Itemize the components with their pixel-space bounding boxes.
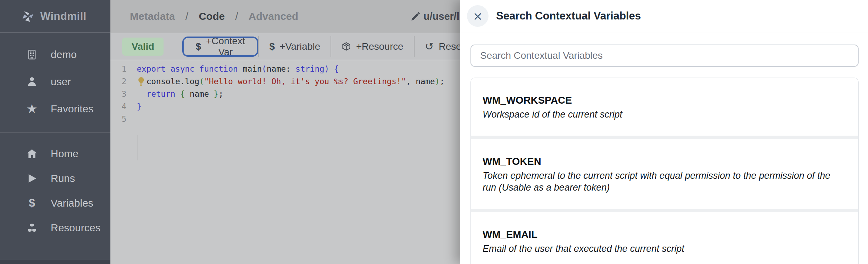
cubes-icon — [26, 222, 37, 233]
code-line-2: 2 console.log("Hello world! Oh, it's you… — [110, 75, 460, 88]
variable-description: Token ephemeral to the current script wi… — [483, 170, 846, 193]
dollar-icon: $ — [29, 197, 35, 209]
code-text: return { name }; — [131, 88, 223, 100]
code-text: export async function main(name: string)… — [131, 63, 339, 75]
pencil-icon — [411, 12, 420, 21]
code-editor[interactable]: 1export async function main(name: string… — [110, 61, 460, 264]
sidebar-group-nav: HomeRuns$VariablesResources — [0, 141, 110, 240]
sidebar-item-resources[interactable]: Resources — [0, 215, 110, 240]
editor-step-tabs: Metadata/Code/Advanced — [130, 10, 298, 22]
main-content: Metadata/Code/Advanced u/user/l Valid $ … — [110, 0, 460, 264]
sidebar: Windmill demouser★Favorites HomeRuns$Var… — [0, 0, 110, 264]
variable-name: WM_TOKEN — [483, 156, 846, 167]
drawer-header: × Search Contextual Variables — [460, 0, 868, 32]
add-resource-button[interactable]: +Resource — [331, 36, 414, 57]
sidebar-item-variables[interactable]: $Variables — [0, 191, 110, 215]
sidebar-item-favorites[interactable]: ★Favorites — [0, 95, 110, 122]
code-text: } — [131, 100, 142, 113]
tab-advanced[interactable]: Advanced — [249, 10, 298, 22]
sidebar-item-label: Runs — [51, 173, 75, 184]
search-input[interactable] — [470, 45, 859, 67]
windmill-logo[interactable]: Windmill — [0, 0, 110, 33]
drawer-title: Search Contextual Variables — [496, 10, 641, 22]
close-icon[interactable]: × — [467, 5, 489, 27]
windmill-pinwheel-icon — [21, 9, 35, 24]
sidebar-item-label: user — [51, 76, 71, 88]
building-icon — [26, 49, 37, 60]
code-line-5: 5 — [110, 113, 460, 125]
variable-name: WM_EMAIL — [483, 229, 846, 240]
contextual-variables-drawer: × Search Contextual Variables WM_WORKSPA… — [460, 0, 868, 264]
sidebar-item-label: Resources — [51, 222, 100, 234]
line-number: 1 — [110, 63, 131, 75]
home-icon — [26, 148, 37, 159]
tab-separator: / — [235, 10, 238, 22]
sidebar-item-label: demo — [51, 49, 77, 61]
drawer-body: WM_WORKSPACEWorkspace id of the current … — [460, 32, 868, 264]
reset-button[interactable]: ↺Reset — [415, 36, 460, 57]
sidebar-footer-strip — [0, 260, 110, 264]
star-icon: ★ — [26, 103, 37, 115]
sidebar-item-home[interactable]: Home — [0, 141, 110, 166]
valid-status-badge: Valid — [122, 38, 164, 56]
dollar-icon: $ — [269, 41, 275, 52]
sidebar-group-workspace: demouser★Favorites — [0, 41, 110, 122]
script-path-label: u/user/l — [424, 11, 459, 22]
sidebar-item-label: Variables — [51, 197, 93, 209]
contextual-variables-list: WM_WORKSPACEWorkspace id of the current … — [470, 78, 859, 264]
line-number: 5 — [110, 113, 131, 125]
contextual-variable-item-wm_workspace[interactable]: WM_WORKSPACEWorkspace id of the current … — [471, 78, 858, 136]
sidebar-item-user[interactable]: user — [0, 68, 110, 95]
code-line-4: 4} — [110, 100, 460, 113]
sidebar-divider — [0, 132, 110, 133]
tab-code[interactable]: Code — [199, 10, 225, 22]
lightbulb-icon[interactable] — [137, 77, 145, 86]
contextual-variable-item-wm_email[interactable]: WM_EMAILEmail of the user that executed … — [471, 212, 858, 264]
contextual-variable-item-wm_token[interactable]: WM_TOKENToken ephemeral to the current s… — [471, 139, 858, 209]
variable-description: Workspace id of the current script — [483, 109, 846, 120]
code-text: console.log("Hello world! Oh, it's you %… — [131, 75, 444, 88]
package-icon — [342, 42, 351, 51]
line-number: 2 — [110, 75, 131, 88]
app-title: Windmill — [40, 10, 86, 23]
reset-icon: ↺ — [425, 42, 434, 51]
tab-metadata[interactable]: Metadata — [130, 10, 175, 22]
dollar-icon: $ — [195, 41, 201, 52]
add-context-var-button[interactable]: $ +Context Var — [182, 37, 258, 57]
sidebar-item-runs[interactable]: Runs — [0, 166, 110, 191]
script-editor-header: Metadata/Code/Advanced u/user/l — [110, 0, 460, 33]
editor-toolbar: Valid $ +Context Var $+Variable+Resource… — [110, 33, 460, 60]
tab-separator: / — [185, 10, 188, 22]
variable-name: WM_WORKSPACE — [483, 95, 846, 106]
sidebar-item-label: Home — [51, 148, 78, 160]
line-number: 3 — [110, 88, 131, 100]
line-number: 4 — [110, 100, 131, 113]
indent-guide — [137, 135, 137, 160]
variable-description: Email of the user that executed the curr… — [483, 243, 846, 255]
user-icon — [26, 76, 37, 87]
code-line-1: 1export async function main(name: string… — [110, 63, 460, 75]
script-path[interactable]: u/user/l — [411, 11, 459, 22]
code-text — [131, 113, 137, 125]
code-line-3: 3 return { name }; — [110, 88, 460, 100]
sidebar-item-label: Favorites — [51, 103, 93, 115]
add-variable-button[interactable]: $+Variable — [259, 36, 331, 57]
play-icon — [26, 173, 37, 184]
sidebar-item-demo[interactable]: demo — [0, 41, 110, 68]
